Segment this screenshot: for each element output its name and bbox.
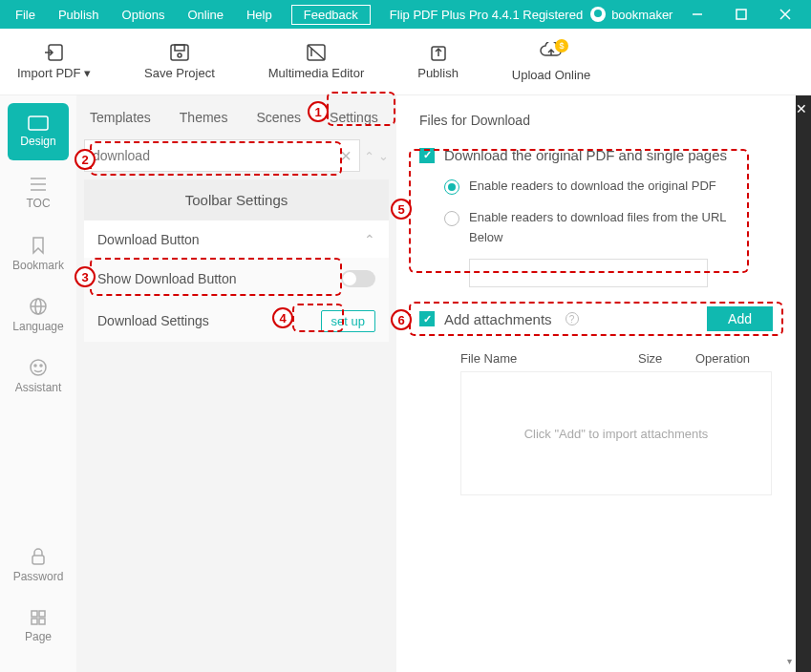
chevron-up-icon: ⌃ (364, 232, 375, 247)
sidebar-item-page[interactable]: Page (8, 598, 69, 655)
sidebar-label: Password (13, 570, 64, 583)
search-prev-icon[interactable]: ⌄ (364, 149, 374, 163)
sidebar-item-password[interactable]: Password (8, 536, 69, 594)
settings-column: Templates Themes Scenes Settings × ⌄ ⌄ T… (76, 95, 396, 672)
add-attachments-checkbox[interactable] (419, 311, 435, 326)
clear-search-icon[interactable]: × (340, 145, 352, 167)
download-original-label: Download the original PDF and single pag… (444, 147, 727, 163)
svg-rect-20 (32, 556, 44, 564)
sidebar-item-toc[interactable]: TOC (8, 164, 69, 221)
window-maximize-button[interactable] (719, 0, 763, 29)
import-pdf-label: Import PDF ▾ (17, 66, 91, 80)
feedback-button[interactable]: Feedback (291, 5, 371, 25)
tab-scenes[interactable]: Scenes (256, 110, 301, 125)
sidebar-item-assistant[interactable]: Assistant (8, 347, 69, 405)
sidebar-label: Design (20, 135, 55, 148)
save-project-label: Save Project (144, 66, 215, 80)
menu-file[interactable]: File (4, 0, 47, 29)
svg-rect-24 (39, 619, 45, 624)
menu-options[interactable]: Options (111, 0, 177, 29)
svg-point-19 (40, 365, 42, 367)
col-operation: Operation (695, 351, 772, 366)
download-button-accordion[interactable]: Download Button ⌃ (84, 220, 389, 258)
left-sidebar: Design TOC Bookmark Language Assistant P… (0, 95, 76, 672)
window-minimize-button[interactable] (675, 0, 719, 29)
svg-rect-23 (32, 619, 37, 624)
svg-rect-6 (175, 45, 184, 51)
download-button-label: Download Button (97, 232, 200, 247)
publish-label: Publish (417, 66, 459, 80)
download-original-checkbox[interactable] (419, 148, 435, 163)
user-account[interactable]: bookmaker (590, 7, 672, 22)
multimedia-editor-label: Multimedia Editor (268, 66, 364, 80)
set-up-button[interactable]: set up (321, 310, 375, 332)
files-for-download-panel: ✕ Files for Download Download the origin… (396, 95, 811, 672)
avatar-icon (590, 7, 606, 22)
resize-caret-icon: ▾ (787, 656, 792, 666)
menu-online[interactable]: Online (176, 0, 235, 29)
add-attachments-label: Add attachments (444, 311, 552, 327)
menu-help[interactable]: Help (235, 0, 284, 29)
svg-point-17 (31, 360, 46, 375)
dollar-badge-icon: $ (555, 39, 568, 52)
attachments-table: File Name Size Operation Click "Add" to … (459, 345, 773, 496)
attachments-empty-state: Click "Add" to import attachments (460, 371, 772, 495)
sidebar-item-language[interactable]: Language (8, 286, 69, 344)
publish-button[interactable]: Publish (410, 43, 466, 80)
import-pdf-button[interactable]: Import PDF ▾ (10, 43, 98, 80)
toolbar-settings-heading: Toolbar Settings (84, 179, 389, 220)
username: bookmaker (611, 8, 672, 22)
tab-templates[interactable]: Templates (90, 110, 151, 125)
sidebar-label: Bookmark (12, 259, 64, 272)
search-next-icon[interactable]: ⌄ (378, 149, 389, 163)
upload-online-label: Upload Online (512, 68, 590, 82)
menu-publish[interactable]: Publish (47, 0, 111, 29)
download-settings-label: Download Settings (97, 313, 209, 328)
add-button[interactable]: Add (707, 306, 773, 331)
svg-point-18 (34, 365, 36, 367)
col-file-name: File Name (460, 351, 638, 366)
show-download-button-label: Show Download Button (97, 271, 237, 286)
radio-from-url[interactable] (444, 211, 459, 226)
sidebar-label: Assistant (15, 381, 62, 394)
window-close-button[interactable] (763, 0, 807, 29)
show-download-toggle[interactable] (341, 270, 375, 287)
sidebar-label: Language (12, 320, 63, 333)
settings-search-box[interactable]: × (84, 139, 360, 172)
app-title: Flip PDF Plus Pro 4.4.1 Registered (390, 8, 583, 22)
files-for-download-title: Files for Download (419, 113, 773, 128)
dark-background-strip (796, 95, 811, 672)
tab-themes[interactable]: Themes (180, 110, 228, 125)
radio-original-pdf-label: Enable readers to download the original … (469, 177, 716, 197)
svg-point-7 (178, 53, 181, 57)
radio-from-url-label: Enable readers to download files from th… (469, 208, 756, 248)
radio-original-pdf[interactable] (444, 179, 459, 195)
sidebar-item-design[interactable]: Design (8, 103, 69, 160)
download-url-input[interactable] (469, 259, 708, 287)
svg-rect-10 (29, 116, 48, 130)
tab-settings[interactable]: Settings (330, 110, 378, 125)
sidebar-label: Page (25, 630, 52, 643)
col-size: Size (638, 351, 695, 366)
sidebar-item-bookmark[interactable]: Bookmark (8, 225, 69, 283)
svg-rect-22 (39, 611, 45, 617)
help-icon[interactable]: ? (566, 312, 579, 326)
design-tabs: Templates Themes Scenes Settings (76, 95, 396, 139)
main-toolbar: Import PDF ▾ Save Project Multimedia Edi… (0, 29, 811, 95)
upload-online-button[interactable]: $ Upload Online (504, 42, 598, 82)
svg-rect-21 (32, 611, 37, 617)
svg-rect-1 (736, 10, 746, 19)
multimedia-editor-button[interactable]: Multimedia Editor (261, 43, 372, 80)
sidebar-label: TOC (26, 197, 50, 210)
save-project-button[interactable]: Save Project (137, 43, 223, 80)
titlebar: File Publish Options Online Help Feedbac… (0, 0, 811, 29)
settings-search-input[interactable] (93, 148, 340, 163)
